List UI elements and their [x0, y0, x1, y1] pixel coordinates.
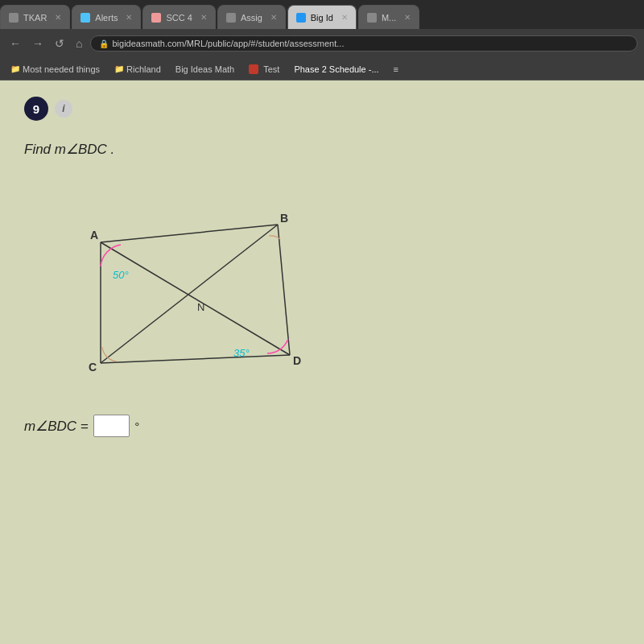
tab-mv-favicon [367, 13, 377, 23]
angle-D-label: 35° [233, 347, 250, 359]
bookmark-most-needed-label: Most needed things [23, 64, 100, 74]
tab-alerts-favicon [80, 13, 90, 23]
tab-bigid-label: Big Id [311, 13, 333, 23]
tab-bigid-favicon [296, 13, 306, 23]
info-icon-button[interactable]: i [55, 100, 72, 118]
angle-A-label: 50° [113, 269, 129, 281]
tab-scc-favicon [151, 13, 161, 23]
back-button[interactable]: ← [6, 35, 24, 52]
tab-alerts-close[interactable]: ✕ [126, 13, 132, 22]
address-bar[interactable]: 🔒 bigideasmath.com/MRL/public/app/#/stud… [90, 35, 638, 52]
bookmark-menu[interactable]: ≡ [390, 63, 402, 76]
tab-bigid[interactable]: Big Id ✕ [287, 5, 357, 29]
answer-prefix: m∠BDC = [24, 418, 89, 435]
question-number-badge: 9 [24, 97, 48, 121]
bookmark-most-needed[interactable]: Most needed things [6, 63, 104, 76]
tab-alerts[interactable]: Alerts ✕ [72, 5, 141, 29]
label-B: B [280, 212, 288, 225]
bookmark-menu-label: ≡ [394, 64, 398, 74]
tab-assig-close[interactable]: ✕ [270, 13, 277, 22]
tab-mv-close[interactable]: ✕ [404, 13, 411, 22]
label-N: N [197, 301, 204, 313]
tab-mv-label: M... [382, 13, 396, 23]
tab-mv[interactable]: M... ✕ [358, 5, 419, 29]
tab-tkar-favicon [9, 13, 19, 23]
tab-assig[interactable]: Assig ✕ [217, 5, 286, 29]
tab-assig-label: Assig [241, 13, 262, 23]
bookmark-phase2-label: Phase 2 Schedule -... [294, 64, 378, 74]
tab-scc-close[interactable]: ✕ [200, 13, 207, 22]
bookmark-test-label: Test [263, 64, 279, 74]
label-D: D [293, 354, 301, 367]
bookmark-richland[interactable]: Richland [110, 63, 165, 76]
lock-icon: 🔒 [99, 39, 109, 48]
answer-row: m∠BDC = ° [24, 415, 620, 437]
tab-tkar[interactable]: TKAR ✕ [0, 5, 70, 29]
geometry-svg: 50° 35° A B C D N [40, 178, 346, 387]
address-bar-row: ← → ↺ ⌂ 🔒 bigideasmath.com/MRL/public/ap… [0, 29, 644, 58]
bookmark-richland-label: Richland [126, 64, 161, 74]
geometry-diagram: 50° 35° A B C D N [40, 178, 620, 390]
tab-bigid-close[interactable]: ✕ [341, 13, 348, 22]
home-button[interactable]: ⌂ [72, 35, 85, 52]
answer-input[interactable] [93, 415, 130, 437]
address-text: bigideasmath.com/MRL/public/app/#/studen… [112, 39, 344, 48]
tab-assig-favicon [226, 13, 236, 23]
bookmark-bigideas-label: Big Ideas Math [175, 64, 234, 74]
browser-chrome: TKAR ✕ Alerts ✕ SCC 4 ✕ Assig ✕ Big Id ✕… [0, 0, 644, 80]
degree-symbol: ° [134, 419, 139, 433]
tab-tkar-close[interactable]: ✕ [55, 13, 61, 22]
reload-button[interactable]: ↺ [52, 35, 68, 52]
bookmark-phase2[interactable]: Phase 2 Schedule -... [290, 63, 382, 76]
tab-scc[interactable]: SCC 4 ✕ [142, 5, 215, 29]
page-content: 9 i Find m∠BDC . 50° [0, 80, 644, 644]
bookmark-test[interactable]: Test [245, 63, 283, 76]
label-A: A [90, 229, 98, 242]
question-badge-row: 9 i [24, 97, 620, 121]
tab-scc-label: SCC 4 [166, 13, 192, 23]
tab-bar: TKAR ✕ Alerts ✕ SCC 4 ✕ Assig ✕ Big Id ✕… [0, 0, 644, 29]
tab-tkar-label: TKAR [23, 13, 47, 23]
tab-alerts-label: Alerts [95, 13, 118, 23]
label-C: C [89, 361, 97, 374]
forward-button[interactable]: → [29, 35, 47, 52]
question-text: Find m∠BDC . [24, 141, 620, 158]
bookmark-test-icon [249, 64, 258, 74]
bookmark-bigideas[interactable]: Big Ideas Math [171, 63, 238, 76]
bookmarks-bar: Most needed things Richland Big Ideas Ma… [0, 58, 644, 80]
